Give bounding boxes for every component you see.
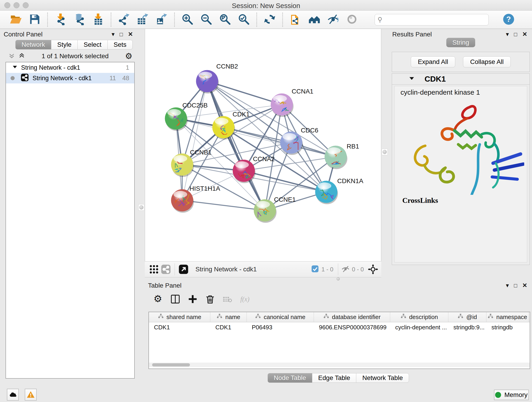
tab-network-table[interactable]: Network Table bbox=[356, 373, 409, 383]
node-label-CDC6: CDC6 bbox=[301, 127, 318, 134]
network-view-string-icon[interactable] bbox=[160, 263, 172, 275]
delete-column-button[interactable] bbox=[203, 293, 217, 307]
column-header-shared-name[interactable]: shared name bbox=[149, 312, 210, 322]
column-header-namespace[interactable]: namespace bbox=[486, 312, 529, 322]
import-network-button[interactable] bbox=[51, 12, 70, 27]
birdseye-view-icon[interactable] bbox=[367, 263, 379, 275]
results-panel-menu-icon[interactable]: ▾ bbox=[506, 31, 509, 38]
column-manager-button[interactable] bbox=[168, 293, 182, 307]
column-header-canonical-name[interactable]: canonical name bbox=[247, 312, 314, 322]
node-HIST1H1A[interactable]: HIST1H1A bbox=[171, 185, 220, 213]
gene-expander-icon[interactable] bbox=[409, 76, 414, 82]
zoom-selected-button[interactable] bbox=[234, 12, 253, 27]
table-cell[interactable]: 9606.ENSP00000378699 bbox=[314, 322, 390, 332]
column-header--id[interactable]: @id bbox=[448, 312, 486, 322]
grid-view-icon[interactable] bbox=[148, 263, 160, 275]
node-CDK1[interactable]: CDK1 bbox=[212, 111, 250, 140]
network-options-gear-icon[interactable]: ⚙ bbox=[125, 51, 133, 61]
table-hscrollbar-thumb[interactable] bbox=[152, 363, 190, 366]
expand-all-button[interactable]: Expand All bbox=[411, 56, 455, 67]
collapse-all-networks-icon[interactable] bbox=[8, 52, 15, 60]
table-panel-float-icon[interactable]: □ bbox=[514, 282, 517, 289]
memory-button[interactable]: Memory bbox=[494, 390, 529, 400]
network-canvas[interactable]: CCNB2 CCNA1 CDC25B CDK1 CDC6 RB1 CCNB1 bbox=[145, 29, 381, 261]
table-panel-menu-icon[interactable]: ▾ bbox=[506, 282, 509, 289]
open-session-button[interactable] bbox=[6, 12, 25, 27]
node-label-CCNE1: CCNE1 bbox=[274, 196, 296, 203]
update-networks-button[interactable] bbox=[260, 12, 279, 27]
memory-status-dot bbox=[495, 392, 501, 398]
share-file-icon bbox=[290, 13, 302, 26]
table-panel-close-icon[interactable]: ✕ bbox=[522, 282, 527, 289]
table-cell[interactable]: P06493 bbox=[247, 322, 314, 332]
edge-HIST1H1A-CCNE1[interactable] bbox=[182, 200, 265, 211]
results-panel-float-icon[interactable]: □ bbox=[514, 31, 517, 38]
warning-status-button[interactable] bbox=[25, 389, 37, 401]
column-header-database-identifier[interactable]: database identifier bbox=[314, 312, 390, 322]
tab-style[interactable]: Style bbox=[51, 40, 78, 50]
network-collection-row[interactable]: String Network - cdk1 1 bbox=[6, 62, 134, 73]
network-status-dot bbox=[11, 76, 15, 80]
network-row[interactable]: String Network - cdk1 11 48 bbox=[6, 73, 134, 83]
tab-network[interactable]: Network bbox=[15, 40, 51, 50]
collection-expander-icon[interactable] bbox=[12, 64, 17, 71]
help-button[interactable]: ? bbox=[499, 12, 518, 27]
tab-string[interactable]: String bbox=[446, 38, 475, 47]
left-splitter-handle[interactable] bbox=[138, 204, 144, 211]
control-panel: Control Panel ▾ □ ✕ NetworkStyleSelectSe… bbox=[0, 29, 138, 386]
save-session-button[interactable] bbox=[25, 12, 44, 27]
table-cell[interactable]: CDK1 bbox=[210, 322, 247, 332]
control-panel-close-icon[interactable]: ✕ bbox=[128, 31, 133, 38]
expand-all-networks-icon[interactable] bbox=[18, 52, 25, 60]
control-panel-menu-icon[interactable]: ▾ bbox=[112, 31, 114, 38]
column-header-description[interactable]: description bbox=[390, 312, 448, 322]
eye-icon bbox=[346, 13, 358, 26]
table-cell[interactable]: stringdb:9... bbox=[448, 322, 486, 332]
cloud-status-button[interactable] bbox=[7, 389, 19, 401]
search-input[interactable] bbox=[382, 16, 481, 23]
tab-select[interactable]: Select bbox=[77, 40, 108, 50]
gene-section-header[interactable]: CDK1 bbox=[392, 74, 530, 85]
highlight-button[interactable] bbox=[342, 12, 361, 27]
share-session-file-button[interactable] bbox=[286, 12, 305, 27]
edge-CDK1-RB1[interactable] bbox=[223, 127, 336, 157]
show-hide-button[interactable] bbox=[324, 12, 342, 27]
string-home-button[interactable] bbox=[305, 12, 324, 27]
hidden-eye-icon[interactable] bbox=[341, 264, 350, 274]
export-network-button[interactable] bbox=[114, 12, 133, 27]
node-RB1[interactable]: RB1 bbox=[325, 143, 359, 169]
export-table-button[interactable] bbox=[133, 12, 152, 27]
edge-CCNB2-HIST1H1A[interactable] bbox=[182, 81, 207, 200]
import-table-button[interactable] bbox=[89, 12, 108, 27]
table-cell[interactable]: cyclin-dependent ... bbox=[390, 322, 448, 332]
bottom-splitter-handle[interactable] bbox=[335, 277, 341, 281]
table-row[interactable]: CDK1CDK1P064939606.ENSP00000378699cyclin… bbox=[149, 322, 530, 332]
results-panel-close-icon[interactable]: ✕ bbox=[522, 31, 527, 38]
right-splitter-handle[interactable] bbox=[382, 149, 388, 155]
import-database-button[interactable] bbox=[70, 12, 89, 27]
selected-checkbox[interactable] bbox=[311, 265, 319, 274]
export-image-button[interactable] bbox=[152, 12, 171, 27]
table-settings-button[interactable]: ⚙ bbox=[151, 293, 165, 307]
help-icon: ? bbox=[503, 13, 515, 26]
column-header-name[interactable]: name bbox=[210, 312, 247, 322]
function-builder-button: f(x) bbox=[238, 293, 252, 307]
node-CDKN1A[interactable]: CDKN1A bbox=[315, 177, 363, 204]
node-CCNA1[interactable]: CCNA1 bbox=[271, 88, 313, 117]
zoom-fit-button[interactable] bbox=[215, 12, 234, 27]
collapse-all-button[interactable]: Collapse All bbox=[463, 56, 511, 67]
node-CCNB1[interactable]: CCNB1 bbox=[171, 149, 212, 177]
zoom-in-button[interactable] bbox=[178, 12, 197, 27]
zoom-out-button[interactable] bbox=[197, 12, 215, 27]
control-panel-float-icon[interactable]: □ bbox=[120, 31, 123, 38]
table-cell[interactable]: stringdb bbox=[486, 322, 529, 332]
table-panel: Table Panel ▾ □ ✕ ⚙f(x) shared namenamec… bbox=[145, 281, 532, 388]
table-cell[interactable]: CDK1 bbox=[149, 322, 210, 332]
node-label-CDKN1A: CDKN1A bbox=[337, 177, 363, 185]
tab-sets[interactable]: Sets bbox=[108, 40, 133, 50]
column-type-icon bbox=[323, 313, 329, 321]
add-column-button[interactable] bbox=[186, 293, 200, 307]
tab-node-table[interactable]: Node Table bbox=[268, 373, 312, 383]
tab-edge-table[interactable]: Edge Table bbox=[312, 373, 356, 383]
detach-view-icon[interactable] bbox=[177, 263, 190, 275]
